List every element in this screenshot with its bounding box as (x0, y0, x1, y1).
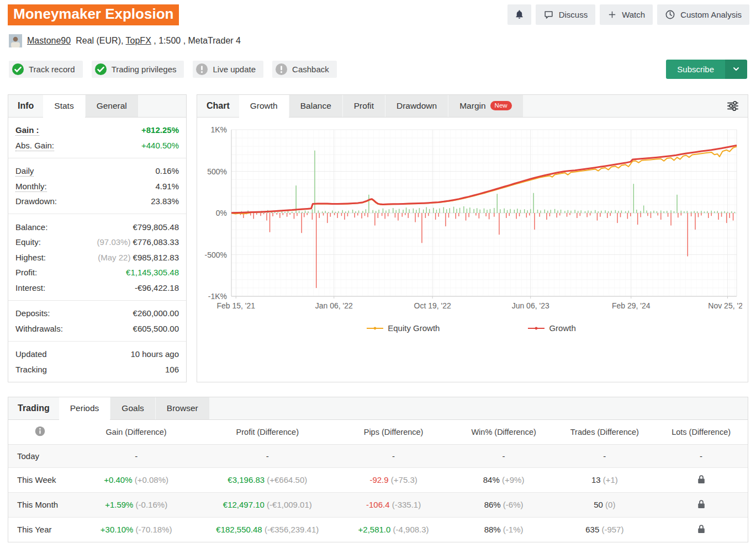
stat-label[interactable]: Abs. Gain: (15, 141, 54, 150)
chart-card-header: Chart GrowthBalanceProfitDrawdownMarginN… (197, 95, 748, 118)
badge-cashback[interactable]: Cashback (272, 61, 337, 78)
tab-label: Profit (354, 101, 374, 111)
stat-row: Withdrawals:€605,500.00 (8, 321, 186, 336)
watch-button[interactable]: Watch (600, 4, 653, 25)
subscribe-dropdown-button[interactable] (725, 60, 747, 79)
tab-balance[interactable]: Balance (289, 95, 342, 117)
badge-trading-privileges[interactable]: Trading privileges (92, 61, 184, 78)
table-cell: - (72, 444, 200, 467)
legend-item-growth[interactable]: Growth (528, 323, 575, 333)
info-icon[interactable] (34, 430, 46, 439)
stat-value: 10 hours ago (130, 349, 179, 359)
account-meta: , 1:500 , MetaTrader 4 (151, 36, 241, 45)
info-tabs: StatsGeneral (43, 95, 138, 117)
svg-text:Feb 15, '21: Feb 15, '21 (216, 301, 255, 310)
stat-value-main: €985,812.83 (133, 253, 179, 262)
stat-label[interactable]: Gain : (15, 125, 39, 135)
discuss-button[interactable]: Discuss (536, 4, 596, 25)
stat-value-main: -€96,422.18 (135, 283, 179, 292)
stat-row: Daily0.16% (8, 163, 186, 179)
stat-row: Gain :+812.25% (8, 122, 186, 138)
stat-value: 0.16% (155, 166, 179, 175)
table-cell: - (453, 444, 555, 467)
button-label: Discuss (559, 10, 588, 19)
cell-difference: (+0.08%) (133, 475, 168, 484)
tab-general[interactable]: General (86, 95, 138, 117)
sliders-icon (726, 99, 740, 113)
stat-label: Balance: (15, 222, 47, 232)
cell-difference: (-70.18%) (133, 525, 172, 534)
cell-value: +30.10% (101, 525, 134, 534)
periods-tabs: PeriodsGoalsBrowser (59, 397, 210, 419)
chart-settings-button[interactable] (726, 95, 748, 117)
tab-goals[interactable]: Goals (110, 397, 155, 419)
stat-label-text: Withdrawals: (15, 324, 63, 333)
badge-track-record[interactable]: Track record (9, 61, 83, 78)
tab-profit[interactable]: Profit (343, 95, 385, 117)
stat-label: Interest: (15, 283, 45, 292)
tab-periods[interactable]: Periods (59, 397, 110, 420)
table-cell: 86% (-6%) (453, 492, 555, 517)
stat-label-text: Balance: (15, 222, 47, 232)
stat-label-text: Gain : (15, 125, 39, 136)
legend-marker (528, 323, 544, 333)
tab-label: Browser (167, 403, 198, 413)
lock-icon[interactable] (697, 501, 705, 510)
table-cell: - (334, 444, 452, 467)
svg-text:Jan 06, '22: Jan 06, '22 (315, 301, 353, 310)
exclamation-icon (275, 63, 288, 76)
stat-label[interactable]: Daily (15, 166, 34, 175)
stat-value: 4.91% (155, 182, 179, 191)
custom-analysis-button[interactable]: Custom Analysis (657, 4, 749, 25)
cell-value: €3,196.83 (228, 475, 265, 484)
subscribe-button[interactable]: Subscribe (666, 60, 725, 79)
stat-value: +440.50% (141, 141, 179, 150)
user-link[interactable]: Mastone90 (27, 36, 71, 46)
tab-label: Margin (459, 101, 485, 111)
row-label: This Month (8, 492, 72, 517)
tab-margin[interactable]: MarginNew (448, 95, 522, 117)
stats-section: Gain :+812.25%Abs. Gain:+440.50% (8, 118, 186, 158)
legend-label: Growth (549, 323, 575, 333)
tab-browser[interactable]: Browser (156, 397, 209, 419)
tab-stats[interactable]: Stats (43, 95, 84, 118)
cell-value: 635 (585, 525, 599, 534)
stat-value-main: 106 (165, 365, 179, 374)
avatar[interactable] (9, 34, 22, 47)
broker-link[interactable]: TopFX (126, 36, 151, 45)
cell-difference: (-4,908.3) (390, 525, 429, 534)
stat-label: Deposits: (15, 308, 50, 318)
stat-label: Highest: (15, 253, 46, 262)
svg-text:-1K%: -1K% (208, 292, 227, 301)
stat-row: Drawdown:23.83% (8, 194, 186, 209)
speech-bubble-icon (543, 9, 554, 20)
cell-difference: (-6%) (501, 500, 524, 509)
stat-label[interactable]: Monthly: (15, 182, 47, 191)
cell-difference: (-0.16%) (133, 500, 167, 509)
info-card-header: Info StatsGeneral (8, 95, 186, 118)
cell-difference: (-957) (599, 525, 623, 534)
table-cell: - (200, 444, 334, 467)
badge-live-update[interactable]: Live update (193, 61, 263, 78)
cell-value: +2,581.0 (358, 525, 391, 534)
growth-chart[interactable]: 1K%500%0%-500%-1K%Feb 15, '21Jan 06, '22… (199, 124, 742, 316)
stat-value-main: 4.91% (155, 182, 179, 191)
stat-label-text: Interest: (15, 283, 45, 292)
stat-value-prefix: (97.03%) (97, 237, 133, 247)
periods-table-header: Gain (Difference)Profit (Difference)Pips… (8, 420, 748, 445)
cell-value: 84% (483, 475, 500, 484)
tab-label: Balance (300, 101, 331, 111)
lock-icon[interactable] (697, 526, 705, 535)
lock-icon[interactable] (697, 476, 705, 486)
notifications-button[interactable] (507, 4, 531, 25)
table-row: This Month+1.59% (-0.16%)€12,497.10 (-€1… (8, 492, 748, 517)
stat-value-main: 23.83% (151, 196, 179, 206)
legend-item-equity-growth[interactable]: Equity Growth (367, 323, 440, 333)
table-cell: -106.4 (-335.1) (334, 492, 452, 517)
tab-drawdown[interactable]: Drawdown (385, 95, 448, 117)
cell-value: €182,550.48 (216, 525, 262, 534)
stat-value: 106 (165, 365, 179, 374)
stat-label: Tracking (15, 365, 47, 374)
stat-value: (97.03%) €776,083.33 (97, 237, 179, 247)
tab-growth[interactable]: Growth (239, 95, 289, 118)
